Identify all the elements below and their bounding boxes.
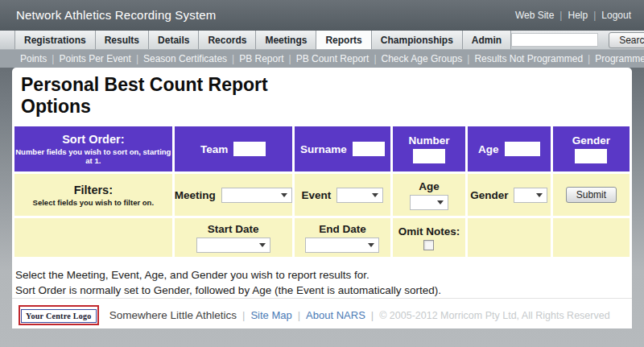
- gender-label: Gender: [572, 134, 610, 147]
- sort-age-cell: Age: [468, 126, 551, 171]
- subnav-check-age-groups[interactable]: Check Age Groups: [382, 53, 463, 64]
- date-row-empty-cell: [468, 218, 551, 257]
- header-link-separator: |: [593, 10, 596, 21]
- sort-order-heading: Sort Order:: [14, 133, 172, 146]
- end-date-cell: End Date: [295, 218, 390, 257]
- date-row-empty-cell: [14, 218, 172, 257]
- start-date-select[interactable]: [196, 238, 270, 253]
- web-site-link[interactable]: Web Site: [515, 10, 554, 21]
- report-subnav: Points | Points Per Event | Season Certi…: [0, 50, 644, 68]
- copyright-text: © 2005-2012 Morricom Pty Ltd, All Rights…: [379, 310, 609, 321]
- submit-button[interactable]: Submit: [566, 187, 617, 203]
- filters-heading: Filters:: [14, 184, 172, 196]
- surname-sort-input[interactable]: [353, 142, 385, 156]
- subnav-points-per-event[interactable]: Points Per Event: [59, 53, 130, 64]
- sort-number-cell: Number: [393, 126, 465, 171]
- age-sort-input[interactable]: [505, 142, 540, 156]
- footer: Your Centre Logo Somewhere Little Athlet…: [12, 298, 632, 335]
- subnav-pb-count-report[interactable]: PB Count Report: [296, 53, 369, 64]
- age-filter-label: Age: [419, 180, 440, 192]
- number-sort-input[interactable]: [413, 149, 445, 163]
- top-header-bar: Network Athletics Recording System Web S…: [0, 0, 644, 31]
- date-row-empty-cell: [553, 218, 630, 257]
- filter-age-cell: Age: [393, 174, 465, 216]
- centre-logo-text: Your Centre Logo: [21, 309, 97, 323]
- main-nav-tabs: Registrations Results Details Records Me…: [14, 31, 511, 49]
- subnav-separator: |: [289, 53, 291, 64]
- age-label: Age: [478, 143, 499, 155]
- subnav-pb-report[interactable]: PB Report: [239, 53, 283, 64]
- sort-surname-cell: Surname: [295, 126, 390, 171]
- chevron-down-icon: [372, 193, 378, 197]
- date-range-row: Start Date End Date Omit Notes:: [14, 218, 630, 257]
- subnav-separator: |: [136, 53, 138, 64]
- gender-filter-label: Gender: [470, 189, 508, 201]
- chevron-down-icon: [536, 193, 543, 197]
- omit-notes-checkbox[interactable]: [423, 240, 434, 250]
- footer-separator: |: [242, 309, 245, 321]
- help-link[interactable]: Help: [568, 10, 588, 21]
- sort-order-row: Sort Order: Number fields you wish to so…: [14, 126, 630, 171]
- filters-header: Filters: Select fields you wish to filte…: [14, 174, 172, 216]
- chevron-down-icon: [259, 243, 266, 247]
- report-options-table: Sort Order: Number fields you wish to so…: [12, 124, 632, 259]
- tab-records[interactable]: Records: [199, 31, 256, 49]
- filter-gender-cell: Gender: [468, 174, 551, 216]
- footer-separator: |: [298, 309, 300, 321]
- tab-meetings[interactable]: Meetings: [256, 31, 316, 49]
- tab-championships[interactable]: Championships: [372, 31, 463, 49]
- filter-event-cell: Event: [295, 174, 390, 216]
- tab-details[interactable]: Details: [149, 31, 199, 49]
- search-area: Search: [511, 31, 644, 49]
- subnav-separator: |: [374, 53, 376, 64]
- gender-sort-input[interactable]: [575, 149, 607, 163]
- subnav-programmed-no-results[interactable]: Programmed No Results: [595, 53, 644, 64]
- search-button[interactable]: Search: [609, 32, 644, 48]
- app-title: Network Athletics Recording System: [16, 8, 217, 22]
- filters-note: Select fields you wish to filter on.: [14, 198, 172, 207]
- meeting-select[interactable]: [221, 188, 292, 203]
- main-nav-bar: Registrations Results Details Records Me…: [0, 31, 644, 50]
- submit-cell: Submit: [553, 174, 630, 216]
- end-date-select[interactable]: [305, 238, 379, 253]
- sort-order-header: Sort Order: Number fields you wish to so…: [14, 126, 172, 171]
- age-select[interactable]: [410, 195, 448, 210]
- logout-link[interactable]: Logout: [601, 10, 631, 21]
- subnav-separator: |: [52, 53, 54, 64]
- start-date-label: Start Date: [208, 223, 259, 235]
- number-label: Number: [408, 134, 449, 147]
- tab-admin[interactable]: Admin: [463, 31, 511, 49]
- team-sort-input[interactable]: [233, 142, 266, 156]
- filters-row: Filters: Select fields you wish to filte…: [14, 174, 630, 216]
- subnav-separator: |: [232, 53, 234, 64]
- search-input[interactable]: [511, 33, 598, 47]
- instructions-line-2: Sort Order is normally set to Gender, fo…: [15, 284, 441, 296]
- subnav-separator: |: [588, 53, 590, 64]
- event-select[interactable]: [336, 188, 383, 203]
- subnav-separator: |: [467, 53, 469, 64]
- site-map-link[interactable]: Site Map: [250, 309, 291, 321]
- content-panel: Personal Best Count Report Options Sort …: [12, 68, 632, 328]
- tab-results[interactable]: Results: [96, 31, 149, 49]
- subnav-points[interactable]: Points: [20, 53, 47, 64]
- subnav-season-certificates[interactable]: Season Certificates: [143, 53, 227, 64]
- sort-gender-cell: Gender: [553, 126, 630, 171]
- centre-logo[interactable]: Your Centre Logo: [19, 305, 99, 325]
- sort-order-note: Number fields you wish to sort on, start…: [14, 147, 172, 165]
- instructions-text: Select the Meeting, Event, Age, and Gend…: [15, 267, 632, 298]
- event-label: Event: [302, 189, 332, 201]
- instructions-line-1: Select the Meeting, Event, Age, and Gend…: [15, 269, 369, 281]
- filter-meeting-cell: Meeting: [175, 174, 292, 216]
- about-nars-link[interactable]: About NARS: [306, 309, 365, 321]
- chevron-down-icon: [368, 243, 374, 247]
- tab-registrations[interactable]: Registrations: [14, 31, 96, 49]
- gender-select[interactable]: [514, 188, 547, 203]
- team-label: Team: [200, 143, 228, 155]
- chevron-down-icon: [281, 193, 287, 197]
- header-links: Web Site | Help | Logout: [515, 10, 631, 21]
- chevron-down-icon: [437, 200, 444, 204]
- surname-label: Surname: [300, 143, 347, 155]
- subnav-results-not-programmed[interactable]: Results Not Programmed: [474, 53, 583, 64]
- meeting-label: Meeting: [175, 189, 216, 201]
- tab-reports[interactable]: Reports: [316, 31, 371, 49]
